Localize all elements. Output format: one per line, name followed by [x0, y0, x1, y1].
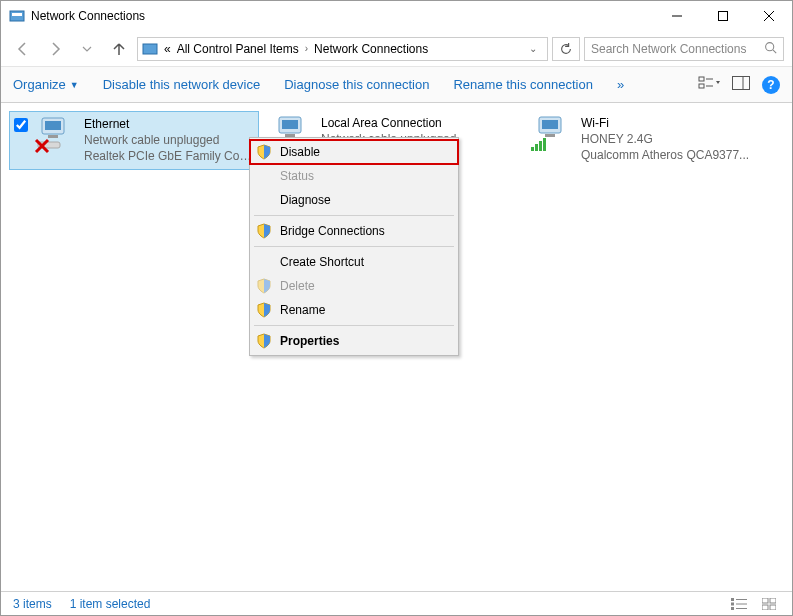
forward-button[interactable] — [41, 35, 69, 63]
diagnose-connection-label: Diagnose this connection — [284, 77, 429, 92]
svg-rect-10 — [699, 84, 704, 88]
diagnose-connection-button[interactable]: Diagnose this connection — [284, 77, 429, 92]
svg-rect-36 — [731, 607, 734, 610]
svg-rect-34 — [731, 598, 734, 601]
svg-rect-6 — [143, 44, 157, 54]
context-delete-label: Delete — [280, 279, 315, 293]
context-separator — [254, 325, 454, 326]
recent-locations-button[interactable] — [73, 35, 101, 63]
title-bar: Network Connections — [1, 1, 792, 31]
up-button[interactable] — [105, 35, 133, 63]
connection-adapter: Realtek PCIe GbE Family Con... — [84, 148, 254, 164]
rename-connection-label: Rename this connection — [453, 77, 592, 92]
svg-point-7 — [766, 42, 774, 50]
svg-rect-40 — [762, 598, 768, 603]
details-view-button[interactable] — [728, 595, 750, 613]
minimize-button[interactable] — [654, 1, 700, 31]
app-icon — [9, 8, 25, 24]
refresh-button[interactable] — [552, 37, 580, 61]
context-disable[interactable]: Disable — [252, 140, 456, 164]
svg-rect-31 — [535, 144, 538, 151]
shield-icon — [256, 144, 272, 160]
context-properties[interactable]: Properties — [252, 329, 456, 353]
connection-adapter: Qualcomm Atheros QCA9377... — [581, 147, 749, 163]
window-title: Network Connections — [31, 9, 654, 23]
breadcrumb-prefix: « — [164, 42, 171, 56]
context-shortcut-label: Create Shortcut — [280, 255, 364, 269]
context-menu: Disable Status Diagnose Bridge Connectio… — [249, 137, 459, 356]
context-disable-label: Disable — [280, 145, 320, 159]
help-button[interactable]: ? — [762, 76, 780, 94]
svg-rect-41 — [770, 598, 776, 603]
svg-line-8 — [773, 49, 776, 52]
overflow-menu-button[interactable]: » — [617, 77, 624, 92]
address-bar[interactable]: « All Control Panel Items › Network Conn… — [137, 37, 548, 61]
svg-rect-33 — [543, 138, 546, 151]
connection-status: HONEY 2.4G — [581, 131, 749, 147]
search-icon — [764, 41, 777, 57]
context-separator — [254, 246, 454, 247]
maximize-button[interactable] — [700, 1, 746, 31]
navigation-bar: « All Control Panel Items › Network Conn… — [1, 31, 792, 67]
context-rename[interactable]: Rename — [252, 298, 456, 322]
svg-rect-32 — [539, 141, 542, 151]
svg-rect-42 — [762, 605, 768, 610]
organize-menu[interactable]: Organize ▼ — [13, 77, 79, 92]
breadcrumb-item-1[interactable]: All Control Panel Items — [177, 42, 299, 56]
svg-rect-1 — [12, 13, 22, 16]
overflow-label: » — [617, 77, 624, 92]
svg-rect-28 — [542, 120, 558, 129]
context-delete: Delete — [252, 274, 456, 298]
context-shortcut[interactable]: Create Shortcut — [252, 250, 456, 274]
svg-rect-43 — [770, 605, 776, 610]
close-button[interactable] — [746, 1, 792, 31]
context-status-label: Status — [280, 169, 314, 183]
connection-name: Ethernet — [84, 116, 254, 132]
shield-icon — [256, 223, 272, 239]
context-diagnose-label: Diagnose — [280, 193, 331, 207]
svg-rect-22 — [282, 120, 298, 129]
context-diagnose[interactable]: Diagnose — [252, 188, 456, 212]
shield-icon — [256, 278, 272, 294]
search-input[interactable]: Search Network Connections — [584, 37, 784, 61]
command-bar: Organize ▼ Disable this network device D… — [1, 67, 792, 103]
chevron-down-icon[interactable]: ⌄ — [523, 43, 543, 54]
connection-ethernet[interactable]: Ethernet Network cable unplugged Realtek… — [9, 111, 259, 170]
wifi-icon — [533, 115, 573, 151]
connection-name: Local Area Connection — [321, 115, 456, 131]
context-separator — [254, 215, 454, 216]
svg-rect-16 — [45, 121, 61, 130]
status-bar: 3 items 1 item selected — [1, 591, 792, 615]
location-icon — [142, 41, 158, 57]
context-bridge-label: Bridge Connections — [280, 224, 385, 238]
connection-status: Network cable unplugged — [84, 132, 254, 148]
preview-pane-button[interactable] — [732, 76, 750, 93]
context-bridge[interactable]: Bridge Connections — [252, 219, 456, 243]
svg-rect-3 — [719, 12, 728, 21]
svg-rect-13 — [733, 77, 750, 90]
context-status: Status — [252, 164, 456, 188]
status-item-count: 3 items — [13, 597, 52, 611]
view-options-button[interactable] — [698, 75, 720, 94]
chevron-right-icon[interactable]: › — [305, 43, 308, 54]
search-placeholder: Search Network Connections — [591, 42, 746, 56]
back-button[interactable] — [9, 35, 37, 63]
organize-label: Organize — [13, 77, 66, 92]
connection-checkbox[interactable] — [14, 118, 28, 132]
context-properties-label: Properties — [280, 334, 339, 348]
context-rename-label: Rename — [280, 303, 325, 317]
connection-name: Wi-Fi — [581, 115, 749, 131]
ethernet-icon — [36, 116, 76, 152]
breadcrumb-item-2[interactable]: Network Connections — [314, 42, 428, 56]
rename-connection-button[interactable]: Rename this connection — [453, 77, 592, 92]
connection-wifi[interactable]: Wi-Fi HONEY 2.4G Qualcomm Atheros QCA937… — [529, 111, 769, 168]
disable-device-button[interactable]: Disable this network device — [103, 77, 261, 92]
svg-rect-9 — [699, 77, 704, 81]
dropdown-arrow-icon: ▼ — [70, 80, 79, 90]
shield-icon — [256, 302, 272, 318]
disable-device-label: Disable this network device — [103, 77, 261, 92]
large-icons-view-button[interactable] — [758, 595, 780, 613]
shield-icon — [256, 333, 272, 349]
svg-rect-35 — [731, 602, 734, 605]
svg-rect-30 — [531, 147, 534, 151]
